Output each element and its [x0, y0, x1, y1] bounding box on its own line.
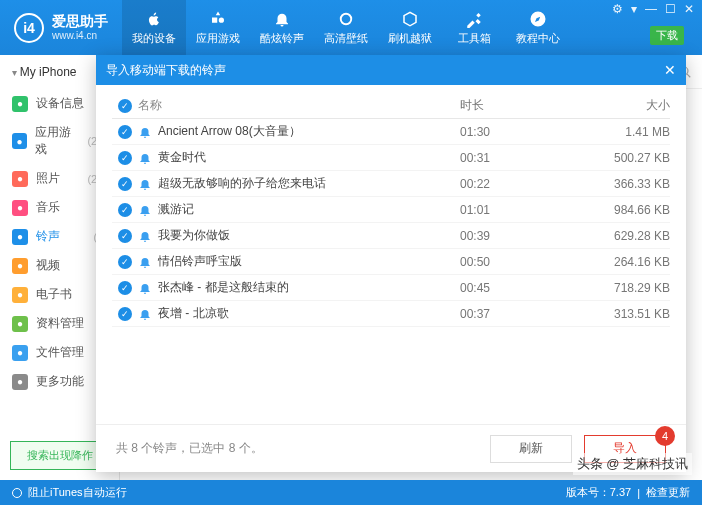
selection-summary: 共 8 个铃声，已选中 8 个。 [116, 440, 263, 457]
step-badge: 4 [655, 426, 675, 446]
row-size: 313.51 KB [580, 307, 670, 321]
row-size: 366.33 KB [580, 177, 670, 191]
download-badge[interactable]: 下载 [650, 26, 684, 45]
table-row[interactable]: ✓ Ancient Arrow 08(大音量） 01:30 1.41 MB [112, 119, 670, 145]
bell-icon [138, 203, 152, 217]
maximize-icon[interactable]: ☐ [665, 2, 676, 16]
minimize-icon[interactable]: — [645, 2, 657, 16]
sidebar-label: 铃声 [36, 228, 60, 245]
logo: i4 爱思助手 www.i4.cn [0, 13, 122, 43]
apple-icon [145, 10, 163, 28]
row-duration: 01:01 [460, 203, 580, 217]
row-duration: 00:31 [460, 151, 580, 165]
row-checkbox[interactable]: ✓ [118, 177, 132, 191]
row-duration: 01:30 [460, 125, 580, 139]
table-row[interactable]: ✓ 黄金时代 00:31 500.27 KB [112, 145, 670, 171]
row-checkbox[interactable]: ✓ [118, 151, 132, 165]
settings-icon[interactable]: ⚙ [612, 2, 623, 16]
sidebar-label: 电子书 [36, 286, 72, 303]
nav-item-apple[interactable]: 我的设备 [122, 0, 186, 55]
tools-icon [465, 10, 483, 28]
nav-item-compass[interactable]: 教程中心 [506, 0, 570, 55]
nav-item-apps[interactable]: 应用游戏 [186, 0, 250, 55]
table-row[interactable]: ✓ 张杰峰 - 都是这般结束的 00:45 718.29 KB [112, 275, 670, 301]
row-checkbox[interactable]: ✓ [118, 203, 132, 217]
table-row[interactable]: ✓ 超级无敌够响的孙子给您来电话 00:22 366.33 KB [112, 171, 670, 197]
table-header-row: ✓ 名称 时长 大小 [112, 93, 670, 119]
row-size: 718.29 KB [580, 281, 670, 295]
status-bar: 阻止iTunes自动运行 版本号：7.37 | 检查更新 [0, 480, 702, 505]
select-all-checkbox[interactable]: ✓ [118, 99, 132, 113]
row-size: 984.66 KB [580, 203, 670, 217]
row-name: 溅游记 [158, 201, 194, 218]
app-title: 爱思助手 [52, 14, 108, 29]
col-size-header: 大小 [580, 97, 670, 114]
itunes-block-label[interactable]: 阻止iTunes自动运行 [28, 485, 127, 500]
sidebar-label: 设备信息 [36, 95, 84, 112]
app-header: i4 爱思助手 www.i4.cn 我的设备应用游戏酷炫铃声高清壁纸刷机越狱工具… [0, 0, 702, 55]
close-icon[interactable]: ✕ [684, 2, 694, 16]
row-name: 夜增 - 北凉歌 [158, 305, 229, 322]
row-duration: 00:50 [460, 255, 580, 269]
radio-icon[interactable] [12, 488, 22, 498]
sidebar-icon: ● [12, 258, 28, 274]
check-update-link[interactable]: 检查更新 [646, 485, 690, 500]
table-row[interactable]: ✓ 我要为你做饭 00:39 629.28 KB [112, 223, 670, 249]
sidebar-search-button[interactable]: 搜索出现降作 [10, 441, 109, 470]
row-size: 264.16 KB [580, 255, 670, 269]
row-name: 黄金时代 [158, 149, 206, 166]
nav-item-tools[interactable]: 工具箱 [442, 0, 506, 55]
refresh-button[interactable]: 刷新 [490, 435, 572, 463]
row-duration: 00:22 [460, 177, 580, 191]
bell-icon [138, 177, 152, 191]
sidebar-label: 应用游戏 [35, 124, 80, 158]
main-nav: 我的设备应用游戏酷炫铃声高清壁纸刷机越狱工具箱教程中心 [122, 0, 570, 55]
table-row[interactable]: ✓ 溅游记 01:01 984.66 KB [112, 197, 670, 223]
sidebar-label: 照片 [36, 170, 60, 187]
row-checkbox[interactable]: ✓ [118, 255, 132, 269]
dialog-header: 导入移动端下载的铃声 ✕ [96, 55, 686, 85]
row-name: 张杰峰 - 都是这般结束的 [158, 279, 289, 296]
version-label: 版本号：7.37 [566, 485, 631, 500]
box-icon [401, 10, 419, 28]
row-size: 629.28 KB [580, 229, 670, 243]
sidebar-label: 更多功能 [36, 373, 84, 390]
nav-item-box[interactable]: 刷机越狱 [378, 0, 442, 55]
table-row[interactable]: ✓ 情侣铃声呼宝版 00:50 264.16 KB [112, 249, 670, 275]
app-url: www.i4.cn [52, 30, 108, 41]
bell-icon [138, 307, 152, 321]
bell-icon [138, 125, 152, 139]
logo-icon: i4 [14, 13, 44, 43]
sidebar-icon: ● [12, 229, 28, 245]
svg-point-0 [341, 13, 352, 24]
sidebar-icon: ● [12, 345, 28, 361]
row-size: 1.41 MB [580, 125, 670, 139]
row-size: 500.27 KB [580, 151, 670, 165]
bell-icon [138, 151, 152, 165]
bell-icon [138, 229, 152, 243]
sidebar-label: 资料管理 [36, 315, 84, 332]
row-checkbox[interactable]: ✓ [118, 229, 132, 243]
row-name: Ancient Arrow 08(大音量） [158, 123, 301, 140]
row-checkbox[interactable]: ✓ [118, 307, 132, 321]
sidebar-icon: ● [12, 316, 28, 332]
table-row[interactable]: ✓ 夜增 - 北凉歌 00:37 313.51 KB [112, 301, 670, 327]
sidebar-label: 音乐 [36, 199, 60, 216]
dialog-close-icon[interactable]: ✕ [664, 62, 676, 78]
import-dialog: 导入移动端下载的铃声 ✕ ✓ 名称 时长 大小 ✓ Ancient Arrow … [96, 55, 686, 472]
sidebar-icon: ● [12, 287, 28, 303]
content-area: 导入移动端下载的铃声 ✕ ✓ 名称 时长 大小 ✓ Ancient Arrow … [120, 55, 702, 480]
dropdown-icon[interactable]: ▾ [631, 2, 637, 16]
main-area: My iPhone ●设备信息●应用游戏(23)●照片(23)●音乐●铃声(0)… [0, 55, 702, 480]
bell-icon [138, 281, 152, 295]
ring-icon [337, 10, 355, 28]
bell-icon [138, 255, 152, 269]
apps-icon [209, 10, 227, 28]
row-checkbox[interactable]: ✓ [118, 125, 132, 139]
row-duration: 00:37 [460, 307, 580, 321]
row-checkbox[interactable]: ✓ [118, 281, 132, 295]
nav-item-ring[interactable]: 高清壁纸 [314, 0, 378, 55]
sidebar-icon: ● [12, 96, 28, 112]
sidebar-icon: ● [12, 374, 28, 390]
nav-item-bell[interactable]: 酷炫铃声 [250, 0, 314, 55]
